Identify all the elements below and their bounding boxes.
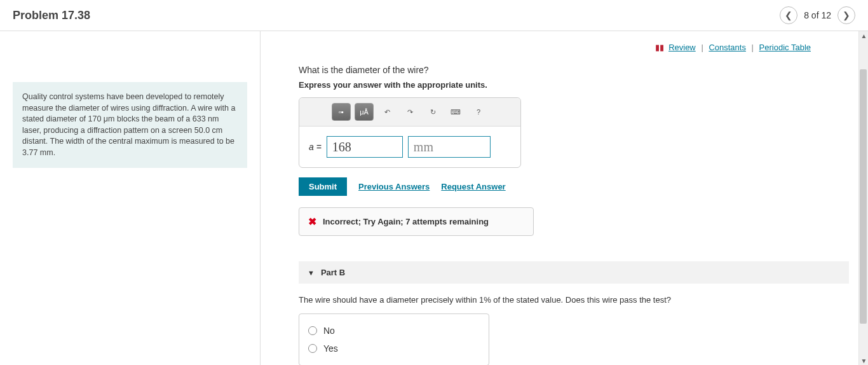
right-pane: ▮▮ Review | Constants | Periodic Table W… (261, 31, 868, 365)
periodic-table-link[interactable]: Periodic Table (759, 43, 811, 52)
separator: | (752, 43, 754, 52)
undo-tool[interactable]: ↶ (377, 103, 397, 121)
radio-icon (308, 344, 317, 353)
scroll-thumb[interactable] (860, 69, 867, 324)
scrollbar[interactable]: ▲ ▼ (858, 31, 868, 365)
chevron-right-icon: ❯ (843, 10, 850, 20)
incorrect-icon: ✖ (308, 216, 316, 228)
prev-button[interactable]: ❮ (780, 6, 797, 24)
answer-box: ▫▪ μÅ ↶ ↷ ↻ ⌨ ? a = (299, 97, 521, 168)
keyboard-icon: ⌨ (451, 108, 461, 116)
submit-button[interactable]: Submit (299, 177, 347, 196)
flag-icon: ▮▮ (655, 43, 664, 52)
choice-label: Yes (323, 343, 338, 354)
problem-title: Problem 17.38 (13, 9, 90, 22)
part-b-question: The wire should have a diameter precisel… (299, 295, 849, 305)
caret-down-icon: ▼ (308, 269, 315, 277)
unit-input[interactable] (408, 136, 491, 158)
choice-box: No Yes (299, 313, 489, 365)
choice-yes[interactable]: Yes (308, 340, 480, 357)
value-input[interactable] (327, 136, 403, 158)
feedback-text: Incorrect; Try Again; 7 attempts remaini… (323, 217, 489, 226)
scroll-up-icon[interactable]: ▲ (859, 31, 868, 41)
units-tool[interactable]: μÅ (355, 103, 374, 121)
reset-icon: ↻ (430, 108, 436, 116)
choice-no[interactable]: No (308, 322, 480, 340)
templates-icon: ▫▪ (339, 108, 344, 116)
request-answer-link[interactable]: Request Answer (441, 182, 505, 191)
radio-icon (308, 326, 317, 335)
undo-icon: ↶ (384, 108, 390, 116)
answer-row: a = (299, 127, 520, 167)
part-a-instruction: Express your answer with the appropriate… (299, 80, 849, 90)
answer-toolbar: ▫▪ μÅ ↶ ↷ ↻ ⌨ ? (299, 98, 520, 127)
pager-text: 8 of 12 (804, 10, 831, 20)
top-links: ▮▮ Review | Constants | Periodic Table (299, 31, 849, 65)
redo-tool[interactable]: ↷ (400, 103, 419, 121)
previous-answers-link[interactable]: Previous Answers (358, 182, 430, 191)
variable-label: a = (309, 142, 322, 152)
redo-icon: ↷ (407, 108, 413, 116)
separator: | (701, 43, 703, 52)
next-button[interactable]: ❯ (837, 6, 855, 24)
problem-context: Quality control systems have been develo… (13, 82, 247, 168)
keyboard-tool[interactable]: ⌨ (446, 103, 465, 121)
pager: ❮ 8 of 12 ❯ (780, 6, 855, 24)
constants-link[interactable]: Constants (709, 43, 746, 52)
feedback-box: ✖ Incorrect; Try Again; 7 attempts remai… (299, 207, 534, 236)
left-pane: Quality control systems have been develo… (0, 31, 261, 365)
review-link[interactable]: Review (668, 43, 696, 52)
part-a-question: What is the diameter of the wire? (299, 65, 849, 75)
templates-tool[interactable]: ▫▪ (332, 103, 351, 121)
part-b-label: Part B (321, 268, 345, 277)
reset-tool[interactable]: ↻ (423, 103, 442, 121)
action-row: Submit Previous Answers Request Answer (299, 177, 849, 196)
help-tool[interactable]: ? (469, 103, 488, 121)
part-b-header[interactable]: ▼ Part B (299, 261, 849, 284)
chevron-left-icon: ❮ (785, 10, 792, 20)
scroll-down-icon[interactable]: ▼ (859, 356, 868, 365)
choice-label: No (323, 326, 335, 336)
